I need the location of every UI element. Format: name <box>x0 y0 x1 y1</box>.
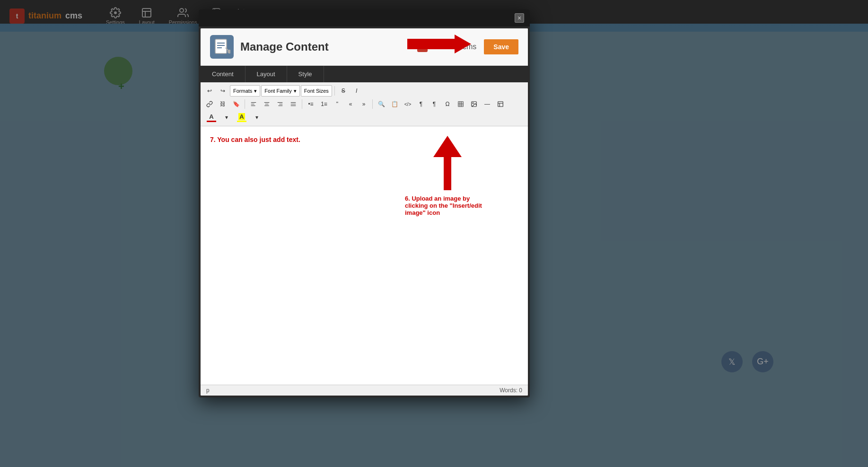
upload-annotation-text: 6. Upload an image by clicking on the "I… <box>405 195 490 216</box>
svg-point-28 <box>473 103 473 104</box>
bg-color-chevron[interactable]: ▾ <box>251 112 263 123</box>
svg-rect-22 <box>458 102 464 107</box>
strikethrough-btn[interactable]: S <box>337 85 350 97</box>
font-sizes-dropdown[interactable]: Font Sizes <box>301 85 332 97</box>
modal-body: Manage Content t titanium cms Save <box>201 28 528 396</box>
font-color-a: A <box>209 113 213 120</box>
editor-element-tag: p <box>206 387 210 394</box>
svg-rect-29 <box>498 102 503 107</box>
modal-close-button[interactable]: × <box>515 13 524 23</box>
font-sizes-label: Font Sizes <box>304 88 329 94</box>
font-color-chevron[interactable]: ▾ <box>220 112 233 123</box>
editor-bottom-bar: p Words: 0 <box>201 385 528 396</box>
font-color-btn[interactable]: A <box>203 112 219 123</box>
modal-title-text: Manage Content <box>240 40 329 53</box>
paragraph-mark-btn1[interactable]: ¶ <box>415 98 427 110</box>
bg-color-a: A <box>238 113 245 120</box>
hr-btn[interactable]: — <box>481 98 493 110</box>
paste-btn[interactable]: 📋 <box>388 98 401 110</box>
toolbar-divider-2 <box>245 99 245 109</box>
indent-decrease-btn[interactable]: « <box>344 98 357 110</box>
save-button[interactable]: Save <box>484 39 518 54</box>
font-family-label: Font Family <box>264 88 291 94</box>
editor-word-count: Words: 0 <box>500 387 522 394</box>
arrow-shaft <box>407 39 455 49</box>
omega-btn[interactable]: Ω <box>441 98 454 110</box>
indent-increase-btn[interactable]: » <box>358 98 370 110</box>
formats-chevron: ▾ <box>254 88 257 94</box>
bg-color-btn[interactable]: A <box>234 112 250 123</box>
upload-arrow-shaft <box>444 157 451 190</box>
align-left-btn[interactable] <box>247 98 260 110</box>
toolbar-divider-1 <box>334 86 335 96</box>
align-right-btn[interactable] <box>274 98 286 110</box>
font-color-bar <box>207 121 216 122</box>
editor-toolbar: ↩ ↪ Formats ▾ Font Family ▾ Font Sizes S… <box>201 82 528 126</box>
align-center-btn[interactable] <box>261 98 273 110</box>
toolbar-row-1: ↩ ↪ Formats ▾ Font Family ▾ Font Sizes S… <box>203 84 525 97</box>
align-justify-btn[interactable] <box>287 98 299 110</box>
blockquote-btn[interactable]: " <box>331 98 343 110</box>
font-family-dropdown[interactable]: Font Family ▾ <box>261 85 299 97</box>
numbered-list-btn[interactable]: 1≡ <box>318 98 330 110</box>
paragraph-mark-btn2[interactable]: ¶ <box>428 98 440 110</box>
toolbar-row-3: A ▾ A ▾ <box>203 111 525 124</box>
toolbar-divider-3 <box>302 99 302 109</box>
save-arrow-annotation <box>407 35 471 53</box>
code-btn[interactable]: </> <box>402 98 414 110</box>
bullet-list-btn[interactable]: •≡ <box>305 98 317 110</box>
image-insert-btn[interactable] <box>468 98 480 110</box>
italic-btn[interactable]: I <box>351 85 363 97</box>
template-btn[interactable] <box>494 98 507 110</box>
modal-title-bar: Manage Content t titanium cms Save <box>201 28 528 66</box>
table-btn[interactable] <box>455 98 467 110</box>
modal-header-bar: × <box>199 9 530 26</box>
undo-btn[interactable]: ↩ <box>203 85 216 97</box>
modal-tabs: Content Layout Style <box>201 66 528 82</box>
font-family-chevron: ▾ <box>294 88 297 94</box>
svg-rect-5 <box>215 39 227 53</box>
arrow-head <box>455 35 471 53</box>
tab-style[interactable]: Style <box>287 66 324 82</box>
tab-content[interactable]: Content <box>201 66 245 82</box>
redo-btn[interactable]: ↪ <box>217 85 229 97</box>
upload-annotation-group: 6. Upload an image by clicking on the "I… <box>405 136 490 216</box>
bookmark-btn[interactable]: 🔖 <box>230 98 242 110</box>
upload-arrow-head <box>433 136 462 157</box>
editor-content-area[interactable]: 7. You can also just add text. 6. Upload… <box>201 126 528 385</box>
toolbar-row-2: ⛓ 🔖 •≡ 1≡ " « » <box>203 97 525 111</box>
manage-content-modal: × Manage Content <box>199 9 530 397</box>
toolbar-divider-4 <box>372 99 373 109</box>
modal-content-icon <box>210 35 234 59</box>
tab-layout[interactable]: Layout <box>245 66 287 82</box>
formats-label: Formats <box>233 88 252 94</box>
find-btn[interactable]: 🔍 <box>375 98 387 110</box>
modal-title-right: t titanium cms Save <box>417 39 518 54</box>
save-button-wrapper: Save <box>484 39 518 54</box>
unlink-btn[interactable]: ⛓ <box>217 98 229 110</box>
formats-dropdown[interactable]: Formats ▾ <box>230 85 260 97</box>
upload-arrow <box>405 136 490 190</box>
bg-color-bar <box>237 121 246 122</box>
modal-title-left: Manage Content <box>210 35 329 59</box>
link-btn[interactable] <box>203 98 216 110</box>
